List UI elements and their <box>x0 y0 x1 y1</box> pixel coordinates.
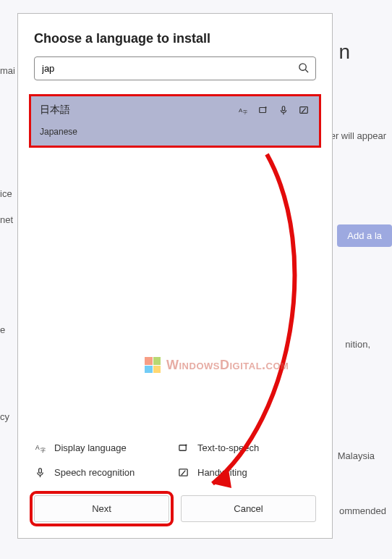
legend-display-language: A字 Display language <box>34 442 173 453</box>
language-english-name: Japanese <box>40 127 310 137</box>
svg-rect-4 <box>260 108 266 113</box>
language-feature-icons: A字 <box>238 105 309 117</box>
speech-recognition-icon <box>278 105 289 117</box>
dialog-title: Choose a language to install <box>18 14 332 56</box>
speech-recognition-icon <box>34 466 46 478</box>
windows-logo-icon <box>145 357 161 373</box>
bg-frag-cy: cy <box>0 411 9 422</box>
next-button-label: Next <box>92 503 111 514</box>
svg-point-5 <box>265 106 266 108</box>
legend-label: Display language <box>54 442 127 453</box>
add-language-button[interactable]: Add a la <box>337 224 392 247</box>
bg-letter-n: n <box>338 41 350 64</box>
bg-frag-rer: rer will appear <box>327 130 386 141</box>
legend-label: Text-to-speech <box>197 442 259 453</box>
bg-frag-nition: nition, <box>345 339 370 350</box>
legend-text-to-speech: Text-to-speech <box>177 442 316 453</box>
svg-rect-6 <box>282 106 285 111</box>
handwriting-icon <box>177 466 189 478</box>
bg-frag-e: e <box>0 324 5 335</box>
svg-text:A: A <box>239 107 243 114</box>
display-language-icon: A字 <box>34 442 46 453</box>
text-to-speech-icon <box>258 105 268 117</box>
search-field <box>34 56 316 80</box>
language-item-japanese[interactable]: 日本語 Japanese A字 <box>29 94 321 148</box>
search-icon <box>298 62 309 75</box>
bg-frag-mai: mai <box>0 65 15 76</box>
svg-rect-11 <box>179 445 185 450</box>
cancel-button[interactable]: Cancel <box>181 495 316 522</box>
bg-frag-recommended: ommended <box>339 505 386 516</box>
svg-text:字: 字 <box>40 447 45 453</box>
next-button[interactable]: Next <box>34 495 169 522</box>
bg-frag-malaysia: Malaysia <box>338 450 375 461</box>
text-to-speech-icon <box>177 442 189 453</box>
svg-rect-13 <box>38 468 41 473</box>
display-language-icon: A字 <box>238 105 248 117</box>
legend-handwriting: Handwriting <box>177 466 316 478</box>
svg-text:A: A <box>35 444 39 451</box>
cancel-button-label: Cancel <box>234 503 263 514</box>
handwriting-icon <box>299 105 309 117</box>
legend-label: Handwriting <box>197 467 247 478</box>
results-list: 日本語 Japanese A字 <box>25 89 325 433</box>
bg-frag-ice: ice <box>0 188 12 199</box>
svg-point-12 <box>185 444 187 445</box>
search-input[interactable] <box>34 56 316 80</box>
bg-frag-net: net <box>0 214 13 225</box>
dialog-footer: Next Cancel <box>18 488 332 538</box>
watermark: WindowsDigital.com <box>145 357 289 373</box>
choose-language-dialog: Choose a language to install 日本語 Japanes… <box>17 13 333 539</box>
svg-point-0 <box>299 63 306 70</box>
svg-line-1 <box>305 70 308 72</box>
watermark-text: WindowsDigital.com <box>166 358 289 373</box>
add-language-label: Add a la <box>347 230 382 241</box>
legend-speech-recognition: Speech recognition <box>34 466 173 478</box>
feature-legend: A字 Display language Text-to-speech Speec… <box>18 436 332 488</box>
svg-text:字: 字 <box>243 109 247 114</box>
legend-label: Speech recognition <box>54 467 135 478</box>
